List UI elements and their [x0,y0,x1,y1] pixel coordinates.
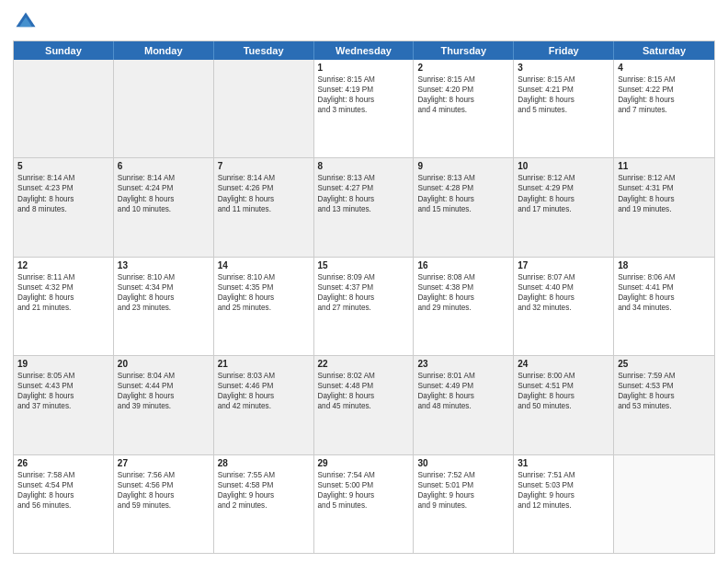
calendar: SundayMondayTuesdayWednesdayThursdayFrid… [13,40,715,554]
cal-cell: 31Sunrise: 7:51 AMSunset: 5:03 PMDayligh… [514,455,614,553]
cell-line: and 19 minutes. [618,204,711,214]
day-number: 9 [417,161,509,171]
cal-cell: 17Sunrise: 8:07 AMSunset: 4:40 PMDayligh… [514,258,614,355]
cal-cell: 11Sunrise: 8:12 AMSunset: 4:31 PMDayligh… [614,158,714,256]
day-number: 6 [118,161,210,171]
week-row-5: 26Sunrise: 7:58 AMSunset: 4:54 PMDayligh… [14,455,714,553]
cell-line: and 9 minutes. [417,500,509,511]
day-number: 1 [318,63,410,73]
cal-cell [214,60,314,157]
cell-line: Sunrise: 7:58 AM [17,470,109,480]
cell-line: Daylight: 8 hours [318,95,410,105]
cal-cell: 24Sunrise: 8:00 AMSunset: 4:51 PMDayligh… [514,356,614,454]
cell-line: Sunrise: 8:10 AM [118,272,210,282]
cal-cell: 12Sunrise: 8:11 AMSunset: 4:32 PMDayligh… [14,258,114,355]
cell-line: Daylight: 8 hours [318,194,410,204]
day-number: 8 [318,161,410,171]
cell-line: and 37 minutes. [17,401,109,411]
week-row-3: 12Sunrise: 8:11 AMSunset: 4:32 PMDayligh… [14,258,714,356]
cell-line: Sunrise: 7:54 AM [318,470,410,480]
cell-line: Sunset: 4:31 PM [618,183,711,193]
cell-line: Sunrise: 8:03 AM [218,371,310,381]
day-number: 20 [118,359,210,369]
cell-line: Sunset: 4:40 PM [518,282,609,293]
cell-line: Daylight: 8 hours [218,293,310,303]
logo [13,9,42,35]
day-number: 21 [218,359,310,369]
day-number: 24 [518,359,609,369]
cell-line: Sunset: 4:53 PM [618,381,711,391]
cell-line: Sunset: 4:37 PM [318,282,410,293]
cal-cell [114,60,214,157]
cal-cell: 5Sunrise: 8:14 AMSunset: 4:23 PMDaylight… [14,158,114,256]
cell-line: Daylight: 8 hours [518,95,609,105]
cal-cell: 27Sunrise: 7:56 AMSunset: 4:56 PMDayligh… [114,455,214,553]
cell-line: Sunrise: 8:00 AM [518,371,609,381]
cell-line: Sunrise: 8:13 AM [417,173,509,183]
cell-line: Sunrise: 8:08 AM [417,272,509,282]
cell-line: Sunrise: 8:04 AM [118,371,210,381]
header-day-wednesday: Wednesday [314,41,415,60]
cell-line: and 2 minutes. [218,500,310,511]
cell-line: Sunrise: 7:51 AM [518,470,609,480]
cell-line: and 42 minutes. [218,401,310,411]
cal-cell: 7Sunrise: 8:14 AMSunset: 4:26 PMDaylight… [214,158,314,256]
header-day-sunday: Sunday [14,41,114,60]
cal-cell: 13Sunrise: 8:10 AMSunset: 4:34 PMDayligh… [114,258,214,355]
cell-line: Daylight: 8 hours [417,391,509,401]
cal-cell: 26Sunrise: 7:58 AMSunset: 4:54 PMDayligh… [14,455,114,553]
cal-cell [614,455,714,553]
day-number: 5 [17,161,109,171]
cell-line: and 5 minutes. [318,500,410,511]
day-number: 11 [618,161,711,171]
cell-line: Daylight: 8 hours [518,391,609,401]
day-number: 22 [318,359,410,369]
cal-cell: 14Sunrise: 8:10 AMSunset: 4:35 PMDayligh… [214,258,314,355]
cal-cell: 19Sunrise: 8:05 AMSunset: 4:43 PMDayligh… [14,356,114,454]
day-number: 27 [118,458,210,468]
cell-line: Daylight: 9 hours [518,490,609,500]
cell-line: and 3 minutes. [318,105,410,115]
cell-line: Sunset: 4:27 PM [318,183,410,193]
day-number: 7 [218,161,310,171]
cell-line: Sunrise: 7:59 AM [618,371,711,381]
day-number: 12 [17,260,109,270]
cell-line: and 56 minutes. [17,500,109,511]
cell-line: Sunrise: 8:09 AM [318,272,410,282]
cell-line: Sunset: 5:00 PM [318,480,410,490]
cell-line: Daylight: 8 hours [17,293,109,303]
cell-line: Sunset: 4:24 PM [118,183,210,193]
cell-line: Sunset: 4:22 PM [618,85,711,95]
cell-line: Daylight: 8 hours [618,95,711,105]
day-number: 3 [518,63,609,73]
cell-line: Sunset: 4:58 PM [218,480,310,490]
cell-line: and 15 minutes. [417,204,509,214]
day-number: 15 [318,260,410,270]
day-number: 16 [417,260,509,270]
cell-line: Sunset: 4:49 PM [417,381,509,391]
cal-cell: 20Sunrise: 8:04 AMSunset: 4:44 PMDayligh… [114,356,214,454]
cell-line: Sunset: 4:48 PM [318,381,410,391]
cell-line: Sunrise: 7:52 AM [417,470,509,480]
day-number: 10 [518,161,609,171]
cell-line: Sunset: 4:21 PM [518,85,609,95]
day-number: 4 [618,63,711,73]
day-number: 30 [417,458,509,468]
cal-cell: 28Sunrise: 7:55 AMSunset: 4:58 PMDayligh… [214,455,314,553]
cal-cell: 29Sunrise: 7:54 AMSunset: 5:00 PMDayligh… [314,455,415,553]
week-row-1: 1Sunrise: 8:15 AMSunset: 4:19 PMDaylight… [14,60,714,158]
calendar-header: SundayMondayTuesdayWednesdayThursdayFrid… [14,41,714,60]
day-number: 19 [17,359,109,369]
cell-line: Sunrise: 8:14 AM [218,173,310,183]
cal-cell: 30Sunrise: 7:52 AMSunset: 5:01 PMDayligh… [414,455,514,553]
cell-line: Sunrise: 8:07 AM [518,272,609,282]
cell-line: and 21 minutes. [17,303,109,313]
cell-line: Daylight: 8 hours [118,490,210,500]
day-number: 13 [118,260,210,270]
header-day-tuesday: Tuesday [214,41,314,60]
cell-line: and 10 minutes. [118,204,210,214]
cell-line: Daylight: 8 hours [618,194,711,204]
cell-line: Daylight: 9 hours [218,490,310,500]
cell-line: Daylight: 8 hours [118,293,210,303]
day-number: 28 [218,458,310,468]
